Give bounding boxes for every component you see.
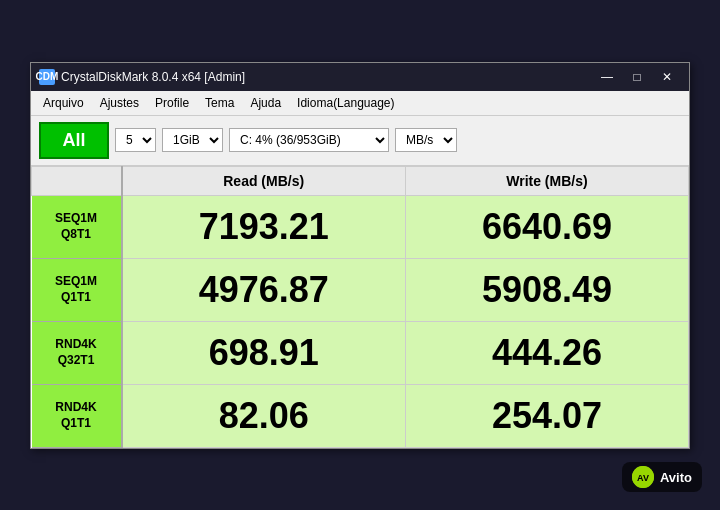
- all-button[interactable]: All: [39, 122, 109, 159]
- row-label-3: RND4KQ1T1: [32, 384, 122, 447]
- drive-select[interactable]: C: 4% (36/953GiB): [229, 128, 389, 152]
- window-title: CrystalDiskMark 8.0.4 x64 [Admin]: [61, 70, 245, 84]
- menu-ajustes[interactable]: Ajustes: [92, 93, 147, 113]
- title-bar-controls: — □ ✕: [593, 67, 681, 87]
- svg-text:AV: AV: [637, 473, 649, 483]
- header-write: Write (MB/s): [405, 166, 688, 195]
- benchmark-table: Read (MB/s) Write (MB/s) SEQ1MQ8T17193.2…: [31, 166, 689, 448]
- minimize-button[interactable]: —: [593, 67, 621, 87]
- avito-icon: AV: [632, 466, 654, 488]
- menu-idioma[interactable]: Idioma(Language): [289, 93, 402, 113]
- menu-profile[interactable]: Profile: [147, 93, 197, 113]
- menu-tema[interactable]: Tema: [197, 93, 242, 113]
- row-read-0: 7193.21: [122, 195, 406, 258]
- header-label-cell: [32, 166, 122, 195]
- row-label-0: SEQ1MQ8T1: [32, 195, 122, 258]
- main-window: CDM CrystalDiskMark 8.0.4 x64 [Admin] — …: [30, 62, 690, 449]
- title-bar: CDM CrystalDiskMark 8.0.4 x64 [Admin] — …: [31, 63, 689, 91]
- row-read-2: 698.91: [122, 321, 406, 384]
- avito-watermark: AV Avito: [622, 462, 702, 492]
- table-header-row: Read (MB/s) Write (MB/s): [32, 166, 689, 195]
- close-button[interactable]: ✕: [653, 67, 681, 87]
- menu-bar: Arquivo Ajustes Profile Tema Ajuda Idiom…: [31, 91, 689, 116]
- row-write-0: 6640.69: [405, 195, 688, 258]
- avito-text: Avito: [660, 470, 692, 485]
- menu-ajuda[interactable]: Ajuda: [242, 93, 289, 113]
- table-row: RND4KQ1T182.06254.07: [32, 384, 689, 447]
- row-label-2: RND4KQ32T1: [32, 321, 122, 384]
- row-read-1: 4976.87: [122, 258, 406, 321]
- maximize-button[interactable]: □: [623, 67, 651, 87]
- table-row: RND4KQ32T1698.91444.26: [32, 321, 689, 384]
- row-read-3: 82.06: [122, 384, 406, 447]
- app-icon: CDM: [39, 69, 55, 85]
- row-write-1: 5908.49: [405, 258, 688, 321]
- title-bar-left: CDM CrystalDiskMark 8.0.4 x64 [Admin]: [39, 69, 245, 85]
- row-label-1: SEQ1MQ1T1: [32, 258, 122, 321]
- table-row: SEQ1MQ8T17193.216640.69: [32, 195, 689, 258]
- header-read: Read (MB/s): [122, 166, 406, 195]
- row-write-3: 254.07: [405, 384, 688, 447]
- toolbar: All 5 1GiB C: 4% (36/953GiB) MB/s: [31, 116, 689, 166]
- menu-arquivo[interactable]: Arquivo: [35, 93, 92, 113]
- table-row: SEQ1MQ1T14976.875908.49: [32, 258, 689, 321]
- count-select[interactable]: 5: [115, 128, 156, 152]
- unit-select[interactable]: MB/s: [395, 128, 457, 152]
- size-select[interactable]: 1GiB: [162, 128, 223, 152]
- row-write-2: 444.26: [405, 321, 688, 384]
